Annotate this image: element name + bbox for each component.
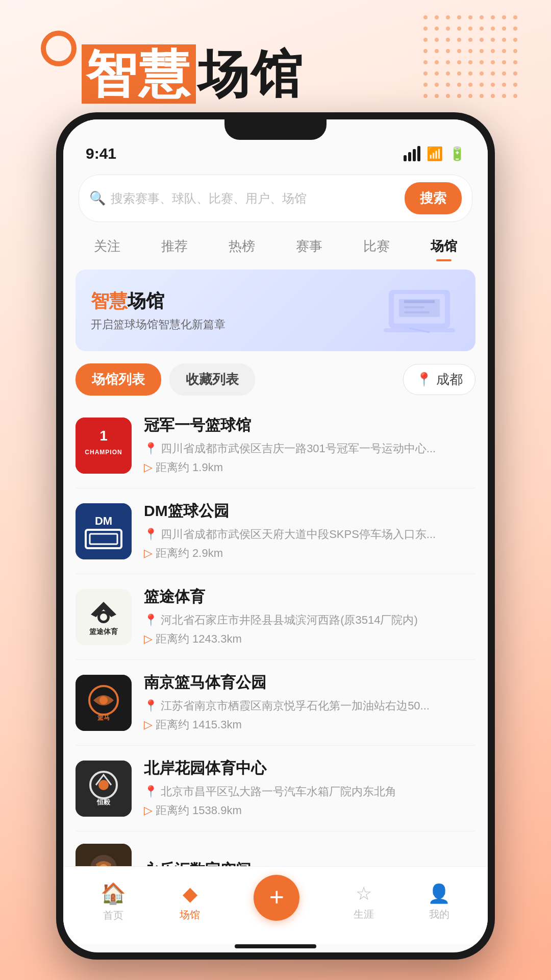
filter-row: 场馆列表 收藏列表 📍 成都 [63, 358, 488, 403]
svg-point-17 [100, 614, 107, 621]
status-time: 9:41 [86, 145, 116, 162]
svg-text:DM: DM [95, 514, 112, 527]
bottom-tab-venues[interactable]: ◆ 场馆 [180, 883, 200, 922]
bg-circle-decoration [41, 31, 77, 66]
svg-rect-6 [404, 306, 424, 308]
search-bar[interactable]: 🔍 搜索赛事、球队、比赛、用户、场馆 搜索 [63, 167, 488, 227]
venue-info: 永乐汇数字空间 [144, 860, 475, 867]
venue-address: 📍 江苏省南京市栖霞区南京悦孚石化第一加油站右边50... [144, 697, 475, 714]
venue-logo-yongle [76, 844, 132, 866]
venue-info: 冠军一号篮球馆 📍 四川省成都市武侯区吉庆一路301号冠军一号运动中心... ▷… [144, 415, 475, 476]
venue-item[interactable]: DM DM篮球公园 📍 四川省成都市武侯区天府大道中段SKPS停车场入口东...… [76, 488, 475, 574]
svg-rect-11 [76, 503, 132, 559]
banner-title: 智慧场馆 [91, 289, 226, 314]
address-icon: 📍 [144, 699, 158, 712]
venues-icon: ◆ [183, 883, 197, 905]
venue-logo-nanjing: 篮马 [76, 675, 132, 731]
venue-item[interactable]: 永乐汇数字空间 [76, 831, 475, 866]
banner-illustration [379, 285, 460, 336]
plus-button[interactable]: + [254, 875, 299, 921]
tab-venues[interactable]: 场馆 [431, 233, 457, 259]
tab-matches[interactable]: 比赛 [363, 233, 390, 259]
page-title: 智慧场馆 [82, 41, 304, 110]
venue-distance: ▷ 距离约 1.9km [144, 459, 475, 476]
status-icons: 📶 🔋 [404, 146, 465, 162]
venue-distance: ▷ 距离约 1243.3km [144, 630, 475, 647]
venue-name: 永乐汇数字空间 [144, 860, 475, 867]
venue-name: 冠军一号篮球馆 [144, 415, 475, 436]
tab-events[interactable]: 赛事 [296, 233, 322, 259]
svg-text:1: 1 [99, 428, 108, 444]
venue-info: 南京篮马体育公园 📍 江苏省南京市栖霞区南京悦孚石化第一加油站右边50... ▷… [144, 672, 475, 733]
career-icon: ☆ [356, 883, 372, 904]
battery-icon: 🔋 [449, 146, 465, 162]
venue-info: DM篮球公园 📍 四川省成都市武侯区天府大道中段SKPS停车场入口东... ▷ … [144, 501, 475, 561]
venue-distance: ▷ 距离约 1415.3km [144, 716, 475, 733]
distance-icon: ▷ [144, 802, 153, 819]
venue-address: 📍 四川省成都市武侯区吉庆一路301号冠军一号运动中心... [144, 440, 475, 457]
venue-item[interactable]: 1 CHAMPION 冠军一号篮球馆 📍 四川省成都市武侯区吉庆一路301号冠军… [76, 403, 475, 488]
venue-name: DM篮球公园 [144, 501, 475, 522]
venue-name: 篮途体育 [144, 586, 475, 607]
home-indicator [235, 944, 316, 948]
venue-item[interactable]: 恒毅 北岸花园体育中心 📍 北京市昌平区弘大路一号汽车水箱厂院内东北角 ▷ 距离… [76, 746, 475, 831]
mine-label: 我的 [429, 908, 449, 921]
search-input[interactable]: 搜索赛事、球队、比赛、用户、场馆 [111, 190, 399, 207]
home-icon: 🏠 [101, 881, 126, 905]
favorites-filter[interactable]: 收藏列表 [169, 363, 255, 396]
venue-item[interactable]: 篮马 南京篮马体育公园 📍 江苏省南京市栖霞区南京悦孚石化第一加油站右边50..… [76, 660, 475, 746]
nav-tabs: 关注 推荐 热榜 赛事 比赛 场馆 [63, 227, 488, 259]
wifi-icon: 📶 [427, 146, 443, 162]
profile-icon: 👤 [428, 883, 450, 904]
venue-logo-lantu: 篮途体育 [76, 589, 132, 645]
venue-info: 篮途体育 📍 河北省石家庄市井陉县县城滨河西路(原3514厂院内) ▷ 距离约 … [144, 586, 475, 647]
bottom-tab-home[interactable]: 🏠 首页 [101, 881, 126, 922]
venue-item[interactable]: 篮途体育 篮途体育 📍 河北省石家庄市井陉县县城滨河西路(原3514厂院内) ▷… [76, 574, 475, 660]
bottom-tab-plus[interactable]: + [254, 875, 299, 929]
signal-icon [404, 146, 420, 161]
venues-label: 场馆 [180, 908, 200, 922]
bg-dots-decoration [423, 15, 520, 101]
banner-title-orange: 智慧 [91, 290, 128, 311]
tab-recommend[interactable]: 推荐 [161, 233, 188, 259]
address-icon: 📍 [144, 442, 158, 455]
distance-icon: ▷ [144, 545, 153, 561]
tab-hot[interactable]: 热榜 [229, 233, 255, 259]
search-button[interactable]: 搜索 [405, 182, 462, 214]
venue-logo-beiyu: 恒毅 [76, 761, 132, 817]
venue-distance: ▷ 距离约 1538.9km [144, 802, 475, 819]
venue-logo-champion: 1 CHAMPION [76, 418, 132, 474]
venue-address: 📍 四川省成都市武侯区天府大道中段SKPS停车场入口东... [144, 526, 475, 543]
location-label: 成都 [436, 371, 463, 388]
tab-follow[interactable]: 关注 [94, 233, 120, 259]
venue-list: 1 CHAMPION 冠军一号篮球馆 📍 四川省成都市武侯区吉庆一路301号冠军… [63, 403, 488, 866]
svg-text:CHAMPION: CHAMPION [85, 449, 122, 456]
address-icon: 📍 [144, 614, 158, 626]
venue-distance: ▷ 距离约 2.9km [144, 545, 475, 561]
bottom-tab-career[interactable]: ☆ 生涯 [354, 883, 374, 921]
location-filter[interactable]: 📍 成都 [403, 364, 475, 395]
venue-list-filter[interactable]: 场馆列表 [76, 363, 161, 396]
venue-info: 北岸花园体育中心 📍 北京市昌平区弘大路一号汽车水箱厂院内东北角 ▷ 距离约 1… [144, 758, 475, 819]
svg-text:篮途体育: 篮途体育 [89, 627, 118, 635]
venue-name: 南京篮马体育公园 [144, 672, 475, 693]
distance-icon: ▷ [144, 459, 153, 476]
svg-text:恒毅: 恒毅 [96, 798, 111, 806]
distance-icon: ▷ [144, 716, 153, 733]
career-label: 生涯 [354, 908, 374, 921]
bottom-tab-mine[interactable]: 👤 我的 [428, 883, 450, 921]
phone-notch [224, 119, 327, 140]
svg-point-21 [99, 696, 108, 704]
venue-logo-dm: DM [76, 503, 132, 559]
banner-subtitle: 开启篮球场馆智慧化新篇章 [91, 317, 226, 332]
search-icon: 🔍 [89, 190, 106, 206]
distance-icon: ▷ [144, 630, 153, 647]
banner-text: 智慧场馆 开启篮球场馆智慧化新篇章 [91, 289, 226, 332]
venue-name: 北岸花园体育中心 [144, 758, 475, 779]
address-icon: 📍 [144, 785, 158, 798]
bottom-tab-bar: 🏠 首页 ◆ 场馆 + ☆ 生涯 👤 我的 [63, 866, 488, 944]
svg-text:篮马: 篮马 [97, 714, 110, 721]
venue-address: 📍 北京市昌平区弘大路一号汽车水箱厂院内东北角 [144, 783, 475, 800]
svg-rect-7 [404, 311, 430, 313]
smart-venue-banner[interactable]: 智慧场馆 开启篮球场馆智慧化新篇章 [76, 270, 475, 351]
